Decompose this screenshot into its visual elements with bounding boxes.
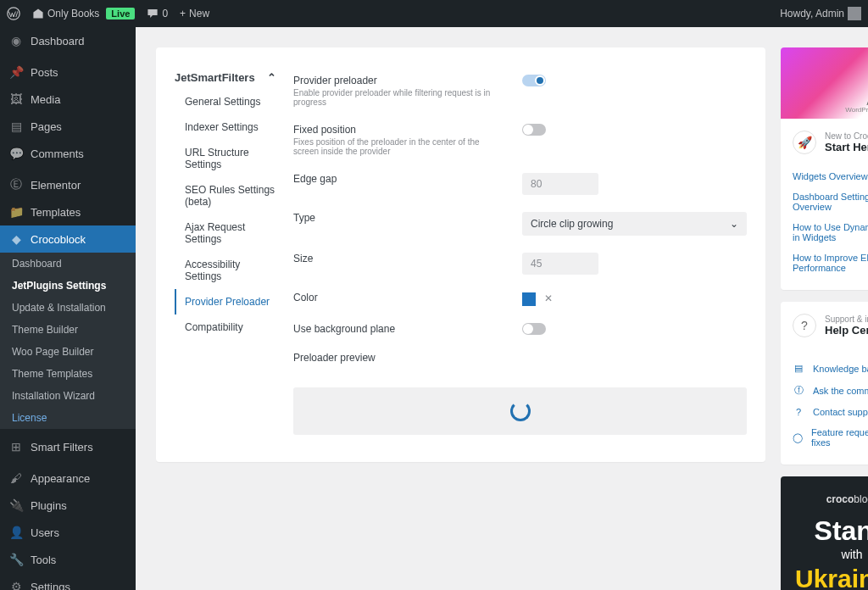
settings-body: Provider preloader Enable provider prelo…	[293, 66, 747, 443]
sub-themetpl[interactable]: Theme Templates	[0, 363, 136, 385]
label-use-bg: Use background plane	[293, 323, 505, 335]
link-features[interactable]: ◯Feature requests & bug fixes	[793, 422, 868, 453]
sub-woopage[interactable]: Woo Page Builder	[0, 341, 136, 363]
settings-nav: JetSmartFilters ⌃ General Settings Index…	[175, 66, 276, 443]
comments-count[interactable]: 0	[147, 8, 168, 19]
filter-icon: ⊞	[8, 439, 24, 454]
live-badge: Live	[106, 8, 135, 19]
link-widgets[interactable]: Widgets Overview	[793, 166, 868, 186]
link-community[interactable]: ⓕAsk the community	[793, 379, 868, 402]
howdy[interactable]: Howdy, Admin	[780, 7, 861, 20]
comments-count-text: 0	[162, 8, 168, 19]
nav-seo[interactable]: SEO Rules Settings (beta)	[175, 177, 276, 214]
start-sub: New to Crocoblock?	[825, 131, 868, 141]
sidebar-elementor[interactable]: ⒺElementor	[0, 171, 136, 198]
admin-sidebar: ◉Dashboard 📌Posts 🖼Media ▤Pages 💬Comment…	[0, 27, 136, 590]
help-icon: ?	[793, 407, 804, 417]
main-panel: JetSmartFilters ⌃ General Settings Index…	[156, 47, 765, 462]
label-provider-preloader: Provider preloader	[293, 75, 505, 86]
hero-image: Advanced Plugins WordPress & Elementor	[781, 47, 868, 119]
sidebar-plugins[interactable]: 🔌Plugins	[0, 492, 136, 519]
comment-icon: 💬	[8, 146, 24, 161]
sidebar-submenu: Dashboard JetPlugins Settings Update & I…	[0, 253, 136, 429]
question-icon: ?	[793, 314, 816, 337]
sidebar-posts[interactable]: 📌Posts	[0, 58, 136, 86]
link-dynamic[interactable]: How to Use Dynamic Values in Widgets	[793, 217, 868, 248]
nav-preloader[interactable]: Provider Preloader	[175, 289, 276, 314]
label-color: Color	[293, 292, 505, 303]
link-dashboard[interactable]: Dashboard Settings Overview	[793, 186, 868, 217]
label-type: Type	[293, 212, 505, 224]
rocket-icon: 🚀	[793, 131, 816, 154]
sidebar-crocoblock[interactable]: ◆Crocoblock	[0, 225, 136, 253]
sidebar-media[interactable]: 🖼Media	[0, 86, 136, 113]
sub-themebuilder[interactable]: Theme Builder	[0, 319, 136, 341]
color-clear[interactable]: ✕	[544, 292, 553, 304]
sidebar-comments[interactable]: 💬Comments	[0, 140, 136, 167]
label-preview: Preloader preview	[293, 352, 747, 364]
ukraine-stand: Stand	[791, 517, 868, 544]
spinner-icon	[510, 401, 531, 421]
wp-logo[interactable]	[7, 7, 20, 20]
new-content[interactable]: + New	[180, 8, 209, 19]
toggle-fixed-position[interactable]	[522, 124, 546, 136]
toggle-provider-preloader[interactable]	[522, 75, 546, 86]
link-perf[interactable]: How to Improve Elementor Performance	[793, 248, 868, 278]
pin-icon: 📌	[8, 64, 24, 80]
sidebar-tools[interactable]: 🔧Tools	[0, 546, 136, 573]
input-size[interactable]	[522, 253, 598, 275]
desc-fixed-position: Fixes position of the preloader in the c…	[293, 137, 505, 156]
link-kb[interactable]: ▤Knowledge base	[793, 358, 868, 379]
adminbar: Only Books Live 0 + New Howdy, Admin	[0, 0, 868, 27]
link-support[interactable]: ?Contact support	[793, 402, 868, 422]
ukraine-card[interactable]: crocoblock Stand with Ukraine	[781, 476, 868, 590]
sub-dashboard[interactable]: Dashboard	[0, 253, 136, 275]
sidebar-smartfilters[interactable]: ⊞Smart Filters	[0, 433, 136, 460]
nav-indexer[interactable]: Indexer Settings	[175, 114, 276, 140]
sidebar-pages[interactable]: ▤Pages	[0, 113, 136, 140]
sidebar-templates[interactable]: 📁Templates	[0, 198, 136, 225]
color-swatch[interactable]	[522, 292, 536, 306]
nav-url[interactable]: URL Structure Settings	[175, 140, 276, 177]
sub-update[interactable]: Update & Installation	[0, 297, 136, 319]
wp-elementor-text: WordPress & Elementor	[845, 106, 868, 114]
new-label: New	[189, 8, 209, 19]
input-edge-gap[interactable]	[522, 173, 598, 195]
advanced-plugins-text: Advanced Plugins	[845, 100, 868, 106]
howdy-text: Howdy, Admin	[780, 8, 844, 19]
desc-provider-preloader: Enable provider preloader while filterin…	[293, 88, 505, 107]
github-icon: ◯	[793, 432, 803, 443]
page-icon: ▤	[8, 119, 24, 134]
avatar	[848, 7, 861, 20]
nav-general[interactable]: General Settings	[175, 89, 276, 114]
ukraine-ukraine: Ukraine	[791, 565, 868, 590]
settings-nav-title[interactable]: JetSmartFilters ⌃	[175, 66, 276, 89]
chevron-down-icon: ⌄	[730, 218, 738, 230]
preloader-preview	[293, 387, 747, 435]
facebook-icon: ⓕ	[793, 384, 804, 397]
help-center-card: ? Support & info Help Center ▤Knowledge …	[781, 302, 868, 465]
sidebar-appearance[interactable]: 🖌Appearance	[0, 465, 136, 492]
sub-license[interactable]: License	[0, 407, 136, 429]
elementor-icon: Ⓔ	[8, 177, 24, 192]
start-here-card: Advanced Plugins WordPress & Elementor 🚀…	[781, 47, 868, 290]
label-edge-gap: Edge gap	[293, 173, 505, 185]
label-fixed-position: Fixed position	[293, 124, 505, 136]
chevron-up-icon: ⌃	[267, 71, 276, 84]
ukraine-brand: crocoblock	[791, 493, 868, 505]
sidebar-dashboard[interactable]: ◉Dashboard	[0, 27, 136, 54]
select-type[interactable]: Circle clip growing ⌄	[522, 212, 747, 236]
sub-jetplugins[interactable]: JetPlugins Settings	[0, 275, 136, 297]
sidebar-settings[interactable]: ⚙Settings	[0, 573, 136, 590]
site-name[interactable]: Only Books Live	[32, 8, 135, 19]
crocoblock-icon: ◆	[8, 231, 24, 247]
users-icon: 👤	[8, 525, 24, 540]
help-title: Help Center	[825, 324, 868, 337]
folder-icon: 📁	[8, 204, 24, 220]
sidebar-users[interactable]: 👤Users	[0, 519, 136, 546]
toggle-use-bg[interactable]	[522, 323, 546, 335]
nav-compat[interactable]: Compatibility	[175, 314, 276, 340]
sub-wizard[interactable]: Installation Wizard	[0, 385, 136, 407]
nav-access[interactable]: Accessibility Settings	[175, 252, 276, 289]
nav-ajax[interactable]: Ajax Request Settings	[175, 214, 276, 252]
